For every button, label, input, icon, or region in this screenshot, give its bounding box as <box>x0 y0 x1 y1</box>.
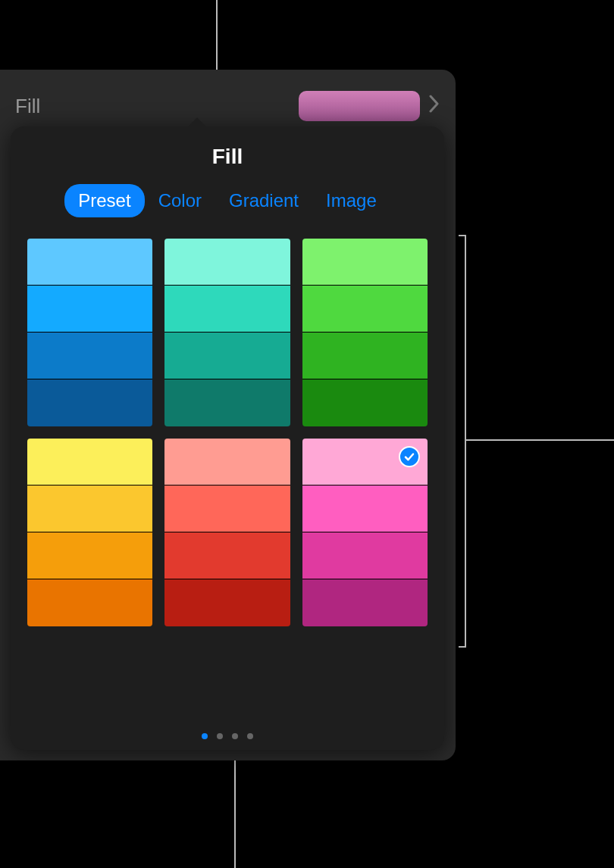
page-dot-2[interactable] <box>232 733 238 739</box>
fill-popover: Fill Preset Color Gradient Image <box>11 126 444 750</box>
swatch-green-2[interactable] <box>302 333 428 379</box>
swatch-blue-0[interactable] <box>27 239 152 286</box>
preset-swatch-grid <box>11 239 444 626</box>
inspector-panel: Fill Fill Preset Color Gradient Image <box>0 70 456 760</box>
swatch-yellow-3[interactable] <box>27 579 152 626</box>
page-indicator[interactable] <box>202 733 253 739</box>
page-dot-3[interactable] <box>247 733 253 739</box>
tab-color[interactable]: Color <box>145 184 215 217</box>
callout-line-bottom <box>234 748 236 868</box>
fill-row-label: Fill <box>15 95 40 118</box>
swatch-red-2[interactable] <box>164 532 290 579</box>
swatch-yellow-1[interactable] <box>27 486 152 532</box>
page-dot-1[interactable] <box>217 733 223 739</box>
swatch-teal-2[interactable] <box>164 333 290 379</box>
callout-bracket-right <box>459 235 466 648</box>
swatch-pink-0[interactable] <box>302 439 428 486</box>
swatch-green-0[interactable] <box>302 239 428 286</box>
swatch-group-pink <box>302 439 428 626</box>
current-fill-swatch[interactable] <box>299 91 420 121</box>
swatch-blue-3[interactable] <box>27 379 152 426</box>
tab-preset[interactable]: Preset <box>64 184 144 217</box>
chevron-right-icon[interactable] <box>429 94 440 118</box>
swatch-teal-1[interactable] <box>164 286 290 333</box>
fill-row[interactable]: Fill <box>15 88 440 124</box>
callout-line-right <box>466 439 614 441</box>
swatch-blue-1[interactable] <box>27 286 152 333</box>
swatch-yellow-2[interactable] <box>27 532 152 579</box>
swatch-group-blue <box>27 239 152 426</box>
fill-row-right <box>299 91 440 121</box>
swatch-group-red <box>164 439 290 626</box>
swatch-red-1[interactable] <box>164 486 290 532</box>
fill-type-tabs: Preset Color Gradient Image <box>11 184 444 239</box>
swatch-group-teal <box>164 239 290 426</box>
swatch-pink-3[interactable] <box>302 579 428 626</box>
swatch-green-1[interactable] <box>302 286 428 333</box>
page-dot-0[interactable] <box>202 733 208 739</box>
swatch-blue-2[interactable] <box>27 333 152 379</box>
swatch-teal-0[interactable] <box>164 239 290 286</box>
tab-image[interactable]: Image <box>312 184 390 217</box>
popover-title: Fill <box>11 126 444 184</box>
swatch-teal-3[interactable] <box>164 379 290 426</box>
swatch-pink-1[interactable] <box>302 486 428 532</box>
swatch-pink-2[interactable] <box>302 532 428 579</box>
popover-arrow <box>186 117 208 128</box>
swatch-group-green <box>302 239 428 426</box>
checkmark-icon <box>399 446 420 467</box>
swatch-red-3[interactable] <box>164 579 290 626</box>
swatch-red-0[interactable] <box>164 439 290 486</box>
swatch-yellow-0[interactable] <box>27 439 152 486</box>
tab-gradient[interactable]: Gradient <box>215 184 312 217</box>
swatch-group-yellow <box>27 439 152 626</box>
swatch-green-3[interactable] <box>302 379 428 426</box>
